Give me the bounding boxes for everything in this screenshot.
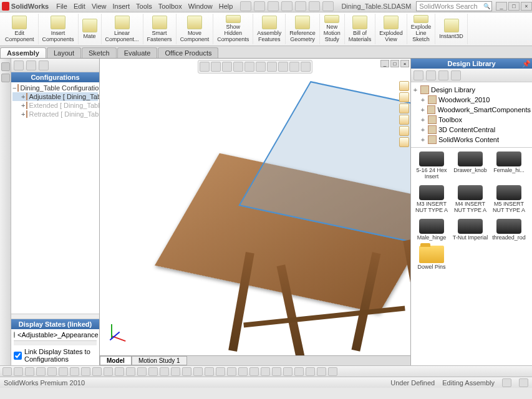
ribbon-cmd-new[interactable]: New Motion Study — [320, 14, 345, 44]
sketch-tool-icon[interactable] — [294, 367, 304, 376]
dl-home-icon[interactable] — [414, 70, 423, 80]
display-state-item[interactable]: <Adjustable>_Appearance Disp — [14, 330, 97, 339]
view-orient-icon[interactable] — [244, 62, 254, 72]
search-input[interactable]: SolidWorks Search — [416, 1, 492, 11]
sketch-tool-icon[interactable] — [14, 367, 23, 376]
dl-tree-item[interactable]: +SolidWorks Content — [412, 135, 531, 145]
expand-icon[interactable]: + — [420, 136, 426, 143]
dl-tree-item[interactable]: +Woodwork_SmartComponents — [412, 105, 531, 115]
3d-viewport[interactable]: _ □ × ModelMotion Study 1 — [100, 59, 410, 365]
tab-layout[interactable]: Layout — [47, 47, 81, 58]
expand-icon[interactable]: + — [420, 106, 425, 113]
link-states-checkbox-row[interactable]: Link Display States to Configurations — [14, 347, 97, 364]
sketch-tool-icon[interactable] — [317, 367, 326, 376]
dl-tree-item[interactable]: +Design Library — [412, 85, 531, 95]
ribbon-cmd-exploded[interactable]: Exploded View — [375, 14, 407, 44]
prev-view-icon[interactable] — [222, 62, 232, 72]
zoom-area-icon[interactable] — [211, 62, 221, 72]
hide-show-icon[interactable] — [267, 62, 277, 72]
viewport-tab-motion-study-1[interactable]: Motion Study 1 — [132, 356, 187, 365]
save-icon[interactable] — [268, 1, 279, 11]
new-doc-icon[interactable] — [240, 1, 251, 11]
sketch-tool-icon[interactable] — [283, 367, 293, 376]
zoom-fit-icon[interactable] — [200, 62, 210, 72]
expand-icon[interactable]: + — [420, 116, 426, 123]
sketch-tool-icon[interactable] — [115, 367, 124, 376]
display-style-icon[interactable] — [256, 62, 266, 72]
view-settings-icon[interactable] — [301, 62, 311, 72]
ctx-icon[interactable] — [399, 92, 409, 102]
close-button[interactable]: × — [521, 2, 532, 11]
dl-item[interactable]: T-Nut Imperial — [451, 219, 490, 241]
dl-item[interactable]: Female_hi... — [490, 151, 528, 180]
menu-help[interactable]: Help — [219, 2, 233, 10]
ctx-icon[interactable] — [399, 126, 409, 136]
maximize-button[interactable]: □ — [508, 2, 520, 11]
pin-icon[interactable]: 📌 — [522, 60, 530, 67]
dl-item[interactable]: M4 INSERT NUT TYPE A — [451, 185, 490, 214]
sketch-tool-icon[interactable] — [227, 367, 236, 376]
link-states-checkbox[interactable] — [14, 352, 22, 360]
menu-toolbox[interactable]: Toolbox — [158, 2, 182, 10]
menu-view[interactable]: View — [92, 2, 107, 10]
orientation-triad[interactable] — [109, 324, 127, 343]
expand-icon[interactable]: + — [420, 96, 426, 103]
sketch-tool-icon[interactable] — [148, 367, 158, 376]
section-view-icon[interactable] — [233, 62, 243, 72]
vp-close-icon[interactable]: × — [400, 60, 409, 67]
tab-evaluate[interactable]: Evaluate — [117, 47, 158, 58]
sketch-tool-icon[interactable] — [92, 367, 102, 376]
sketch-tool-icon[interactable] — [47, 367, 57, 376]
ribbon-cmd-move[interactable]: Move Component — [177, 14, 214, 44]
menu-file[interactable]: File — [56, 2, 67, 10]
dl-refresh-icon[interactable] — [451, 70, 461, 80]
sketch-tool-icon[interactable] — [2, 367, 12, 376]
gutter-icon[interactable] — [1, 62, 10, 71]
sketch-tool-icon[interactable] — [216, 367, 225, 376]
sketch-tool-icon[interactable] — [126, 367, 135, 376]
scene-icon[interactable] — [289, 62, 299, 72]
dl-tree-item[interactable]: +3D ContentCentral — [412, 125, 531, 135]
menu-tools[interactable]: Tools — [136, 2, 152, 10]
ribbon-cmd-insert[interactable]: Insert Components — [39, 14, 79, 44]
fm-tab-icon[interactable] — [14, 60, 24, 70]
config-root[interactable]: − Dining_Table Configuration(s) — [12, 84, 98, 92]
ribbon-cmd-mate[interactable]: Mate — [79, 14, 102, 44]
appearance-icon[interactable] — [278, 62, 288, 72]
dl-item[interactable]: Male_hinge — [412, 219, 451, 241]
dl-add-icon[interactable] — [438, 70, 448, 80]
sketch-tool-icon[interactable] — [238, 367, 248, 376]
ribbon-cmd-edit[interactable]: Edit Component — [1, 14, 39, 44]
ribbon-cmd-show[interactable]: Show Hidden Components — [213, 14, 253, 44]
sketch-tool-icon[interactable] — [306, 367, 315, 376]
sketch-tool-icon[interactable] — [104, 367, 113, 376]
sketch-tool-icon[interactable] — [171, 367, 180, 376]
tab-office-products[interactable]: Office Products — [158, 47, 218, 58]
ribbon-cmd-smart[interactable]: Smart Fasteners — [143, 14, 177, 44]
expand-icon[interactable]: − — [12, 84, 16, 92]
dl-item[interactable]: M3 INSERT NUT TYPE A — [412, 185, 451, 214]
status-help-icon[interactable] — [502, 378, 511, 387]
sketch-tool-icon[interactable] — [160, 367, 169, 376]
sketch-tool-icon[interactable] — [182, 367, 191, 376]
ribbon-cmd-explode[interactable]: Explode Line Sketch — [407, 14, 436, 44]
sketch-tool-icon[interactable] — [81, 367, 90, 376]
sketch-tool-icon[interactable] — [70, 367, 79, 376]
ribbon-cmd-instant3d[interactable]: Instant3D — [435, 14, 468, 44]
undo-icon[interactable] — [295, 1, 306, 11]
tab-sketch[interactable]: Sketch — [82, 47, 117, 58]
rebuild-icon[interactable] — [309, 1, 320, 11]
ribbon-cmd-reference[interactable]: Reference Geometry — [286, 14, 320, 44]
ctx-icon[interactable] — [399, 81, 409, 91]
sketch-tool-icon[interactable] — [272, 367, 281, 376]
vp-minimize-icon[interactable]: _ — [380, 60, 389, 67]
dl-item[interactable]: Drawer_knob — [451, 151, 490, 180]
expand-icon[interactable]: + — [21, 102, 25, 109]
fm-tab-icon[interactable] — [39, 60, 49, 70]
expand-icon[interactable]: + — [21, 110, 25, 118]
dl-item[interactable]: M5 INSERT NUT TYPE A — [490, 185, 528, 214]
ribbon-cmd-bill[interactable]: Bill of Materials — [345, 14, 376, 44]
ctx-icon[interactable] — [399, 137, 409, 147]
sketch-tool-icon[interactable] — [59, 367, 68, 376]
expand-icon[interactable]: + — [21, 93, 25, 100]
